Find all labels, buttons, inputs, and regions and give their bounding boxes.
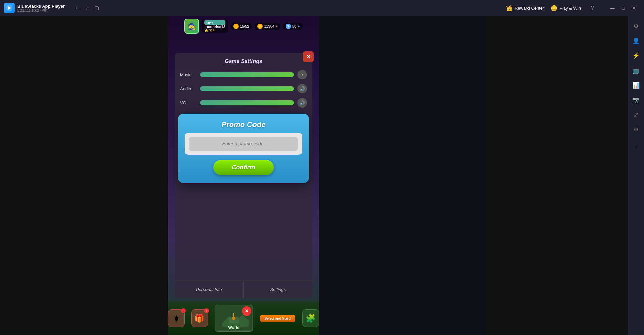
currency3-icon: 💎	[286, 24, 291, 29]
promo-confirm-button[interactable]: Confirm	[213, 160, 274, 175]
world-icon-1[interactable]: 🗡 !	[168, 309, 185, 327]
app-name-block: BlueStacks App Player 5.21.111.1002 · P6…	[17, 4, 65, 12]
title-bar-left: BlueStacks App Player 5.21.111.1002 · P6…	[0, 3, 501, 13]
reward-icon: 👑	[506, 5, 513, 11]
game-panel: 🧙 NEW moonrise12 ⭐ 339 ⚡ 15/52 🪙 11384 +…	[168, 16, 319, 335]
world-exit-btn[interactable]: ✕	[242, 306, 251, 316]
game-hud: 🧙 NEW moonrise12 ⭐ 339 ⚡ 15/52 🪙 11384 +…	[168, 19, 319, 34]
hud-currency-2: 🪙 11384 +	[255, 23, 280, 30]
play-win-label: Play & Win	[559, 6, 581, 11]
world-notification-1: !	[181, 308, 186, 313]
promo-code-input[interactable]	[189, 137, 298, 151]
settings-bottom-tabs: Personal Info Settings	[175, 281, 312, 298]
nav-icons: ← ⌂ ⧉	[74, 5, 99, 12]
music-symbol: ♪	[301, 72, 304, 77]
world-icon-3[interactable]: 🧩	[302, 309, 319, 327]
close-button[interactable]: ✕	[629, 3, 639, 13]
nav-multiwindow-icon[interactable]: ⧉	[95, 5, 99, 12]
title-bar: BlueStacks App Player 5.21.111.1002 · P6…	[0, 0, 644, 16]
nav-back-icon[interactable]: ←	[74, 5, 80, 12]
help-button[interactable]: ?	[588, 3, 597, 13]
game-area: 🧙 NEW moonrise12 ⭐ 339 ⚡ 15/52 🪙 11384 +…	[0, 16, 628, 335]
player-name-block: NEW moonrise12 ⭐ 339	[202, 20, 228, 33]
settings-close-button[interactable]: ✕	[303, 51, 314, 62]
maximize-button[interactable]: □	[618, 3, 628, 13]
sidebar-icon-settings[interactable]: ⚙	[630, 20, 642, 32]
vo-label: VO	[180, 100, 197, 106]
music-bar-fill	[200, 72, 294, 77]
app-version: 5.21.111.1002 · P64	[17, 9, 65, 12]
currency1-value: 15/52	[240, 24, 249, 28]
music-row: Music ♪	[180, 70, 307, 79]
sidebar-icon-camera[interactable]: 📷	[630, 94, 642, 106]
window-controls: — □ ✕	[608, 3, 639, 13]
audio-bar-container[interactable]	[200, 86, 294, 91]
vo-symbol: 🔊	[300, 100, 305, 106]
sidebar-icon-account[interactable]: 👤	[630, 35, 642, 47]
app-name: BlueStacks App Player	[17, 4, 65, 9]
vo-icon[interactable]: 🔊	[297, 98, 307, 108]
svg-point-5	[232, 317, 235, 320]
audio-label: Audio	[180, 86, 197, 91]
settings-tab[interactable]: Settings	[244, 281, 313, 298]
player-name: moonrise12	[204, 25, 225, 29]
world-icon-2[interactable]: 🎁 !	[191, 309, 208, 327]
currency2-value: 11384	[264, 24, 274, 28]
play-win-button[interactable]: 🪙 Play & Win	[551, 5, 581, 11]
audio-symbol: 🔊	[300, 86, 305, 91]
vo-bar-fill	[200, 100, 294, 105]
personal-info-tab[interactable]: Personal Info	[175, 281, 244, 298]
settings-title: Game Settings	[180, 58, 307, 65]
hud-currency-1: ⚡ 15/52	[231, 23, 252, 30]
promo-dialog: Promo Code Confirm	[178, 114, 309, 183]
nav-home-icon[interactable]: ⌂	[86, 5, 89, 12]
music-label: Music	[180, 72, 197, 77]
hud-currency-3: 💎 50 +	[283, 23, 303, 30]
world-scene: 🗡 ! 🎁 ! World ✕	[168, 301, 319, 335]
vo-row: VO 🔊	[180, 98, 307, 108]
app-logo	[4, 3, 15, 13]
player-avatar: 🧙	[184, 19, 199, 34]
reward-center-label: Reward Center	[515, 6, 544, 11]
play-win-icon: 🪙	[551, 5, 557, 11]
audio-icon[interactable]: 🔊	[297, 84, 307, 93]
right-overlay	[487, 16, 628, 335]
sidebar-icon-resize[interactable]: ⤢	[630, 109, 642, 121]
currency3-value: 50	[292, 24, 296, 28]
audio-row: Audio 🔊	[180, 84, 307, 93]
sidebar-icon-more-settings[interactable]: ⚙	[630, 124, 642, 136]
world-notification-2: !	[204, 308, 209, 313]
world-map[interactable]: World ✕	[215, 305, 253, 332]
left-overlay	[0, 16, 168, 335]
music-bar-container[interactable]	[200, 72, 294, 77]
world-action-button[interactable]: Select and Start!	[260, 315, 296, 322]
promo-input-area	[185, 133, 302, 155]
music-icon[interactable]: ♪	[297, 70, 307, 79]
sidebar-more-icon[interactable]: ···	[630, 140, 642, 152]
vo-bar-container[interactable]	[200, 100, 294, 105]
player-stars: 339	[209, 29, 214, 32]
new-badge: NEW	[204, 20, 225, 25]
right-sidebar: ⚙ 👤 ⚡ 📺 📊 📷 ⤢ ⚙ ···	[628, 16, 644, 335]
reward-center-button[interactable]: 👑 Reward Center	[506, 5, 544, 11]
title-bar-right: 👑 Reward Center 🪙 Play & Win ? — □ ✕	[501, 3, 644, 13]
sidebar-icon-network[interactable]: 📊	[630, 79, 642, 91]
sidebar-icon-performance[interactable]: ⚡	[630, 50, 642, 62]
sidebar-icon-display[interactable]: 📺	[630, 65, 642, 77]
currency2-icon: 🪙	[257, 24, 263, 29]
minimize-button[interactable]: —	[608, 3, 617, 13]
audio-bar-fill	[200, 86, 294, 91]
world-label: World	[228, 325, 239, 330]
currency1-icon: ⚡	[233, 24, 239, 29]
promo-title: Promo Code	[185, 120, 302, 129]
